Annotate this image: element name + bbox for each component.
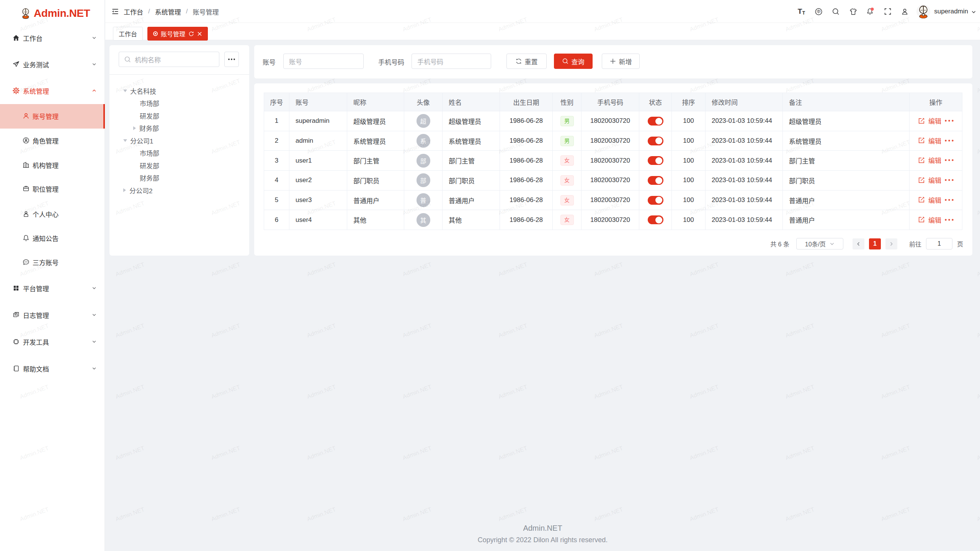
svg-text:中: 中: [817, 9, 821, 14]
